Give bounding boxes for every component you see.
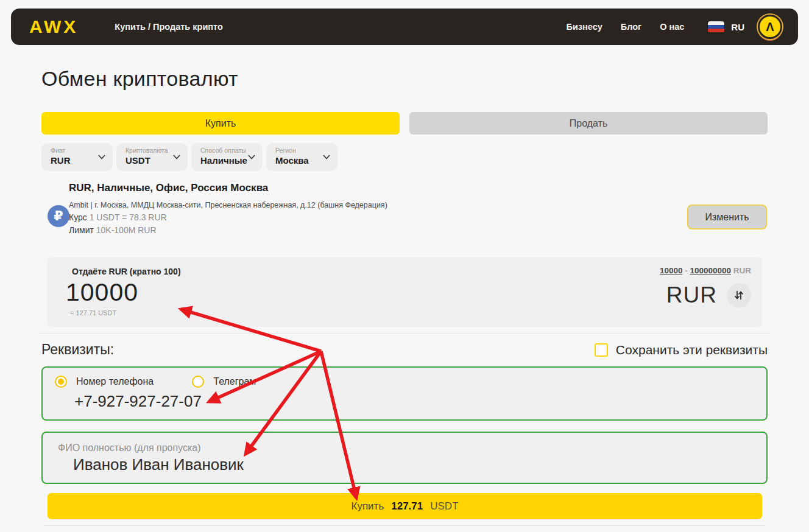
- offer-address: Ambit | г. Москва, ММДЦ Москва-сити, Пре…: [69, 201, 768, 209]
- tab-sell[interactable]: Продать: [409, 112, 768, 135]
- change-offer-button[interactable]: Изменить: [687, 205, 767, 229]
- radio-phone[interactable]: [55, 376, 67, 388]
- phone-input[interactable]: +7-927-927-27-07: [74, 392, 754, 411]
- filter-region-label: Регион: [275, 147, 330, 154]
- amount-right: 10000 - 100000000 RUR RUR: [660, 266, 751, 308]
- filter-fiat-dropdown[interactable]: Фиат RUR: [41, 143, 113, 171]
- offer-details: RUR, Наличные, Офис, Россия Москва Ambit…: [69, 181, 768, 235]
- offer-card: ₽ RUR, Наличные, Офис, Россия Москва Amb…: [41, 181, 768, 242]
- filter-region-dropdown[interactable]: Регион Москва: [266, 143, 337, 171]
- filter-payment-dropdown[interactable]: Способ оплаты Наличные: [191, 143, 263, 171]
- offer-limit-label: Лимит: [69, 225, 94, 235]
- filters-row: Фиат RUR Криптовалюта USDT Способ оплаты…: [41, 143, 768, 171]
- full-name-label: ФИО полностью (для пропуска): [58, 443, 754, 453]
- save-requisites-label: Сохранить эти реквизиты: [616, 343, 768, 357]
- section-divider: [38, 333, 771, 334]
- offer-limit-value: 10K-100M RUR: [96, 225, 157, 235]
- filter-payment-label: Способ оплаты: [200, 147, 255, 154]
- filter-fiat-value: RUR: [51, 155, 105, 166]
- chevron-down-icon: [323, 155, 330, 159]
- chevron-down-icon: [248, 155, 255, 159]
- filter-fiat-label: Фиат: [51, 147, 105, 154]
- full-name-box: ФИО полностью (для пропуска) Иванов Иван…: [41, 432, 768, 484]
- currency-row: RUR: [660, 282, 751, 308]
- bottom-divider: [43, 525, 766, 526]
- range-separator: -: [682, 266, 690, 275]
- currency-code: RUR: [666, 282, 717, 308]
- chevron-down-icon: [173, 155, 180, 159]
- page-title: Обмен криптовалют: [41, 67, 768, 91]
- offer-rate-value: 1 USDT = 78.3 RUR: [90, 212, 167, 222]
- offer-title: RUR, Наличные, Офис, Россия Москва: [69, 182, 768, 194]
- amount-label: Отдаёте RUR (кратно 100): [72, 267, 750, 276]
- navbar-right: Бизнесу Блог О нас RU Λ: [548, 15, 782, 39]
- swap-currency-button[interactable]: [727, 283, 751, 307]
- radio-telegram[interactable]: [192, 376, 204, 388]
- requisites-title: Реквизиты:: [41, 341, 114, 358]
- filter-crypto-value: USDT: [125, 155, 180, 166]
- language-switcher[interactable]: RU: [731, 22, 744, 32]
- buy-submit-button[interactable]: Купить 127.71 USDT: [48, 493, 762, 519]
- filter-crypto-label: Криптовалюта: [125, 147, 180, 154]
- main-content: Обмен криптовалют Купить Продать Фиат RU…: [0, 45, 809, 526]
- offer-rate: Курс 1 USDT = 78.3 RUR: [69, 212, 768, 222]
- min-amount-link[interactable]: 10000: [660, 266, 683, 275]
- ruble-icon: ₽: [48, 205, 69, 227]
- max-amount-link[interactable]: 100000000: [690, 266, 731, 275]
- buy-button-label: Купить: [351, 500, 384, 513]
- contact-method-radios: Номер телефона Телеграм: [55, 376, 754, 388]
- buy-button-amount: 127.71: [391, 500, 423, 513]
- nav-blog[interactable]: Блог: [621, 22, 641, 32]
- amount-input[interactable]: 10000: [66, 278, 750, 307]
- chevron-down-icon: [98, 155, 105, 159]
- buy-button-currency: USDT: [430, 500, 458, 513]
- flag-ru-icon[interactable]: [707, 21, 725, 33]
- awx-logo[interactable]: AWX: [29, 16, 78, 37]
- tab-buy[interactable]: Купить: [41, 112, 400, 135]
- avatar[interactable]: Λ: [758, 15, 782, 39]
- navbar: AWX Купить / Продать крипто Бизнесу Блог…: [11, 9, 798, 45]
- offer-limit: Лимит 10K-100M RUR: [69, 225, 768, 235]
- nav-business[interactable]: Бизнесу: [566, 22, 602, 32]
- filter-region-value: Москва: [275, 155, 330, 166]
- requisites-header: Реквизиты: Сохранить эти реквизиты: [41, 341, 768, 358]
- filter-payment-value: Наличные: [200, 155, 255, 166]
- contact-box: Номер телефона Телеграм +7-927-927-27-07: [41, 366, 768, 421]
- amount-panel: Отдаёте RUR (кратно 100) 10000 = 127.71 …: [48, 257, 762, 327]
- nav-buy-sell-crypto[interactable]: Купить / Продать крипто: [115, 22, 223, 32]
- swap-icon: [733, 289, 744, 301]
- radio-telegram-label: Телеграм: [213, 376, 256, 387]
- nav-about[interactable]: О нас: [660, 22, 684, 32]
- buy-sell-tabs: Купить Продать: [41, 112, 768, 135]
- offer-rate-label: Курс: [69, 212, 87, 222]
- radio-phone-label: Номер телефона: [76, 376, 154, 387]
- amount-range: 10000 - 100000000 RUR: [660, 266, 751, 275]
- full-name-input[interactable]: Иванов Иван Ивановик: [73, 455, 754, 474]
- save-requisites-row[interactable]: Сохранить эти реквизиты: [595, 343, 768, 357]
- amount-approx: = 127.71 USDT: [70, 309, 750, 317]
- filter-crypto-dropdown[interactable]: Криптовалюта USDT: [116, 143, 188, 171]
- save-requisites-checkbox[interactable]: [595, 343, 608, 357]
- range-suffix: RUR: [731, 266, 751, 275]
